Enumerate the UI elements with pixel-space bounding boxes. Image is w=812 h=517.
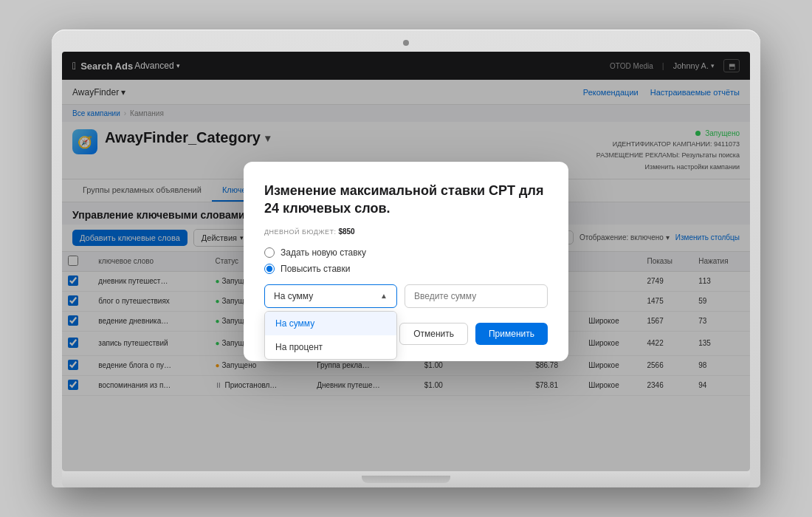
dropdown-chevron-icon: ▲ <box>380 292 388 300</box>
dropdown-item-amount[interactable]: На сумму <box>265 312 396 335</box>
amount-input[interactable] <box>405 284 548 308</box>
apply-button[interactable]: Применить <box>475 323 548 345</box>
modal-dialog: Изменение максимальной ставки CPT для 24… <box>244 162 568 361</box>
laptop-screen:  Search Ads Advanced ▾ OTOD Media | Joh… <box>62 52 750 471</box>
radio-group: Задать новую ставку Повысить ставки <box>264 247 548 274</box>
laptop-base <box>62 471 750 487</box>
laptop-shell:  Search Ads Advanced ▾ OTOD Media | Joh… <box>52 30 760 487</box>
dropdown-item-percent[interactable]: На процент <box>265 335 396 359</box>
radio-increase[interactable]: Повысить ставки <box>264 264 548 274</box>
radio-set-new-input[interactable] <box>264 247 275 258</box>
laptop-camera <box>403 40 409 46</box>
laptop-base-notch <box>362 476 450 483</box>
dropdown-menu: На сумму На процент <box>264 311 397 360</box>
app-container:  Search Ads Advanced ▾ OTOD Media | Joh… <box>62 52 750 471</box>
dropdown-button[interactable]: На сумму ▲ <box>264 284 397 308</box>
modal-budget: ДНЕВНОЙ БЮДЖЕТ: $850 <box>264 227 548 236</box>
modal-title: Изменение максимальной ставки CPT для 24… <box>264 182 548 217</box>
dropdown-row: На сумму ▲ На сумму На процент <box>264 284 548 308</box>
radio-increase-input[interactable] <box>264 264 275 274</box>
select-wrap: На сумму ▲ На сумму На процент <box>264 284 397 308</box>
radio-set-new[interactable]: Задать новую ставку <box>264 247 548 258</box>
modal-overlay: Изменение максимальной ставки CPT для 24… <box>62 52 750 471</box>
cancel-button[interactable]: Отменить <box>399 323 468 345</box>
